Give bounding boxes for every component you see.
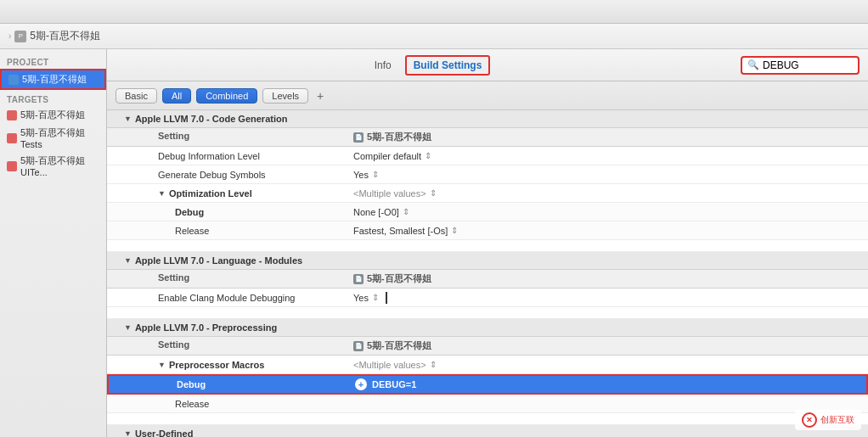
spacer3: [107, 413, 868, 425]
row-optimization-debug[interactable]: Debug None [-O0] ⇕: [107, 203, 868, 221]
watermark: ✕ 创新互联: [795, 410, 861, 430]
spacer2: [107, 307, 868, 319]
s2-col-target-name: 5期-百思不得姐: [367, 272, 431, 285]
section3-title: Apple LLVM 7.0 - Preprocessing: [135, 322, 277, 333]
tab-build-settings[interactable]: Build Settings: [405, 55, 491, 76]
sidebar-target2[interactable]: 5期-百思不得姐Tests: [0, 124, 106, 152]
row4-stepper[interactable]: ⇕: [372, 293, 379, 302]
section4-header: ▼ User-Defined: [107, 425, 868, 437]
sidebar-targets-title: TARGETS: [0, 90, 106, 106]
row3-name: ▼ Optimization Level: [107, 186, 345, 201]
row1-value: Compiler default ⇕: [345, 148, 868, 164]
section2-header: ▼ Apple LLVM 7.0 - Language - Modules: [107, 252, 868, 270]
sidebar: PROJECT 5期-百思不得姐 TARGETS 5期-百思不得姐 5期-百思不…: [0, 49, 107, 437]
row-preprocessor-release[interactable]: Release: [107, 395, 868, 413]
row5-name: ▼ Preprocessor Macros: [107, 357, 345, 373]
s3-col-target-name: 5期-百思不得姐: [367, 339, 431, 352]
target3-icon: [7, 161, 17, 171]
section1-triangle: ▼: [124, 115, 132, 123]
sidebar-project-name: 5期-百思不得姐: [22, 73, 87, 86]
sidebar-target1[interactable]: 5期-百思不得姐: [0, 106, 106, 124]
breadcrumb-text: 5期-百思不得姐: [30, 29, 100, 43]
row5-value: <Multiple values> ⇕: [345, 357, 868, 373]
content-area: Info Build Settings 🔍 Basic All Combined…: [107, 49, 868, 437]
row3-name-text: Optimization Level: [169, 188, 252, 199]
row1-name: Debug Information Level: [107, 148, 345, 164]
top-search-input[interactable]: [763, 59, 848, 71]
filter-combined-btn[interactable]: Combined: [196, 88, 257, 104]
project-icon: [8, 75, 19, 85]
spacer1: [107, 240, 868, 252]
row3-debug-value-text: None [-O0]: [353, 207, 399, 217]
section1-title: Apple LLVM 7.0 - Code Generation: [135, 114, 287, 124]
s2-target-doc-icon: 📄: [353, 274, 364, 284]
row2-name: Generate Debug Symbols: [107, 167, 345, 182]
s2-col-target: 📄 5期-百思不得姐: [345, 272, 868, 285]
filter-all-btn[interactable]: All: [162, 88, 191, 104]
row-optimization-release[interactable]: Release Fastest, Smallest [-Os] ⇕: [107, 221, 868, 240]
top-search-box[interactable]: 🔍: [741, 56, 860, 75]
row3-debug-stepper[interactable]: ⇕: [403, 207, 409, 216]
tab-info[interactable]: Info: [366, 57, 400, 74]
sidebar-item-project[interactable]: 5期-百思不得姐: [0, 69, 106, 90]
top-bar: [0, 0, 868, 24]
row-clang-module-debugging[interactable]: Enable Clang Module Debugging Yes ⇕: [107, 289, 868, 307]
breadcrumb-arrow: ›: [8, 31, 11, 41]
filter-bar: Basic All Combined Levels +: [107, 81, 868, 110]
row3-release-name: Release: [107, 223, 345, 238]
section3-triangle: ▼: [124, 323, 132, 332]
row5-stepper[interactable]: ⇕: [430, 360, 437, 369]
row1-stepper[interactable]: ⇕: [425, 151, 431, 160]
sidebar-target3[interactable]: 5期-百思不得姐UITe...: [0, 152, 106, 180]
row3-debug-value: None [-O0] ⇕: [345, 204, 868, 220]
section3-col-headers: Setting 📄 5期-百思不得姐: [107, 337, 868, 356]
row5-value-text: <Multiple values>: [353, 360, 426, 370]
row3-debug-name: Debug: [107, 204, 345, 220]
row2-stepper[interactable]: ⇕: [372, 170, 379, 179]
row3-release-stepper[interactable]: ⇕: [451, 226, 458, 235]
row-generate-debug-symbols[interactable]: Generate Debug Symbols Yes ⇕: [107, 165, 868, 184]
row3-value: <Multiple values> ⇕: [345, 186, 868, 201]
filter-basic-btn[interactable]: Basic: [116, 88, 157, 104]
row4-value: Yes ⇕: [345, 289, 868, 306]
sidebar-project-title: PROJECT: [0, 53, 106, 69]
s3-col-target: 📄 5期-百思不得姐: [345, 339, 868, 352]
col-target-name: 5期-百思不得姐: [367, 131, 431, 143]
row3-release-value: Fastest, Smallest [-Os] ⇕: [345, 223, 868, 238]
row-debug-info-level[interactable]: Debug Information Level Compiler default…: [107, 147, 868, 165]
section3-header: ▼ Apple LLVM 7.0 - Preprocessing: [107, 319, 868, 337]
target-doc-icon: 📄: [353, 132, 364, 143]
row3-stepper[interactable]: ⇕: [430, 188, 437, 198]
row5-release-value: [345, 401, 868, 406]
sidebar-target3-name: 5期-百思不得姐UITe...: [20, 154, 99, 177]
s3-target-doc-icon: 📄: [353, 341, 364, 351]
target2-icon: [7, 133, 17, 143]
filter-plus-btn[interactable]: +: [313, 89, 327, 103]
sidebar-target1-name: 5期-百思不得姐: [20, 109, 85, 121]
row5-release-name: Release: [107, 396, 345, 412]
row5-debug-value: + DEBUG=1: [347, 376, 866, 393]
row3-release-value-text: Fastest, Smallest [-Os]: [353, 226, 448, 236]
row5-name-text: Preprocessor Macros: [169, 360, 265, 370]
plus-add-icon[interactable]: +: [355, 378, 367, 390]
tab-header: Info Build Settings 🔍: [107, 49, 868, 81]
table-area: ▼ Apple LLVM 7.0 - Code Generation Setti…: [107, 110, 868, 437]
breadcrumb-bar: › P 5期-百思不得姐: [0, 24, 868, 49]
tab-buttons: Info Build Settings: [366, 55, 491, 76]
main-area: PROJECT 5期-百思不得姐 TARGETS 5期-百思不得姐 5期-百思不…: [0, 49, 868, 437]
section1-header: ▼ Apple LLVM 7.0 - Code Generation: [107, 110, 868, 128]
search-icon: 🔍: [747, 59, 759, 70]
row-preprocessor-macros[interactable]: ▼ Preprocessor Macros <Multiple values> …: [107, 356, 868, 374]
section2-triangle: ▼: [124, 256, 132, 265]
section2-title: Apple LLVM 7.0 - Language - Modules: [135, 255, 302, 266]
row5-debug-name: Debug: [109, 377, 347, 392]
row2-value: Yes ⇕: [345, 167, 868, 182]
row-preprocessor-debug[interactable]: Debug + DEBUG=1: [107, 374, 868, 395]
watermark-icon: ✕: [802, 412, 817, 428]
row5-debug-value-text: DEBUG=1: [372, 379, 416, 389]
section4-triangle: ▼: [124, 429, 132, 437]
filter-levels-btn[interactable]: Levels: [262, 88, 308, 104]
row-optimization-level[interactable]: ▼ Optimization Level <Multiple values> ⇕: [107, 184, 868, 203]
section2-col-headers: Setting 📄 5期-百思不得姐: [107, 270, 868, 289]
breadcrumb-icon: P: [14, 31, 26, 42]
